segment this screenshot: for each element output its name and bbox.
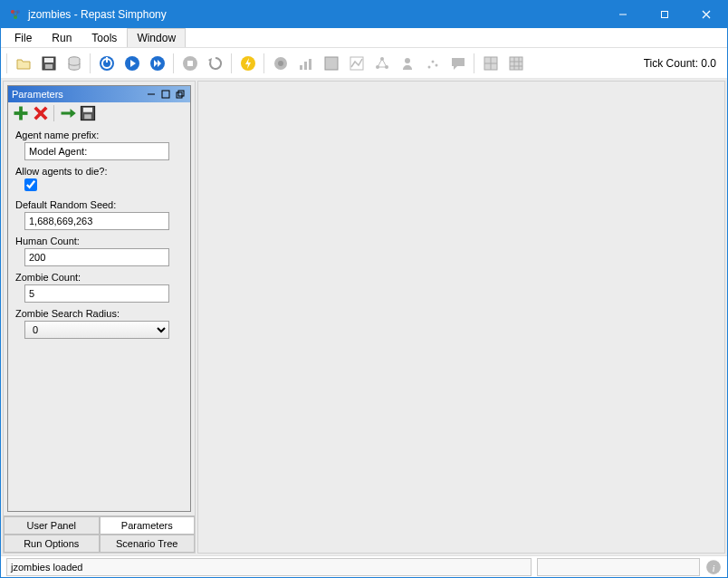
svg-marker-55 — [71, 109, 76, 118]
search-radius-select[interactable]: 0 — [24, 321, 169, 339]
tab-user-panel[interactable]: User Panel — [4, 516, 100, 535]
minimize-button[interactable] — [602, 1, 644, 28]
svg-rect-26 — [300, 65, 302, 70]
panel-popout-icon[interactable] — [174, 88, 187, 101]
titlebar: jzombies - Repast Simphony — [1, 1, 727, 28]
agent-prefix-input[interactable] — [24, 142, 169, 160]
toolbar-sep — [231, 53, 233, 73]
param-label: Human Count: — [15, 236, 183, 246]
svg-rect-20 — [187, 61, 193, 66]
toolbar-sep — [173, 53, 175, 73]
reset-icon[interactable] — [204, 52, 227, 75]
panel-maximize-icon[interactable] — [159, 88, 172, 101]
menu-run[interactable]: Run — [42, 28, 81, 47]
grid2-icon[interactable] — [504, 52, 528, 75]
stop-icon[interactable] — [178, 52, 202, 75]
histogram-icon[interactable] — [320, 52, 343, 75]
panel-body: Agent name prefix: Allow agents to die?:… — [8, 124, 190, 511]
svg-rect-8 — [44, 58, 53, 63]
parameters-panel: Parameters Agent name prefix: — [7, 85, 191, 512]
tab-scenario-tree[interactable]: Scenario Tree — [100, 535, 196, 553]
agent-icon[interactable] — [396, 52, 419, 75]
toolbar-sep — [90, 53, 91, 73]
panel-minimize-icon[interactable] — [145, 88, 158, 101]
toolbar-sep — [6, 53, 8, 73]
svg-rect-41 — [510, 57, 522, 70]
scatter-icon[interactable] — [421, 52, 445, 75]
svg-point-35 — [428, 65, 431, 68]
random-seed-input[interactable] — [24, 212, 169, 230]
display-area — [197, 81, 725, 554]
save-param-icon[interactable] — [79, 104, 97, 122]
svg-point-37 — [436, 63, 438, 66]
svg-rect-57 — [83, 108, 92, 112]
tab-parameters[interactable]: Parameters — [100, 516, 196, 535]
menu-window[interactable]: Window — [127, 28, 186, 47]
param-label: Allow agents to die?: — [15, 166, 183, 177]
play-icon[interactable] — [120, 52, 144, 75]
plot-icon[interactable] — [345, 52, 369, 75]
save-icon[interactable] — [37, 52, 61, 75]
zombie-count-input[interactable] — [24, 284, 169, 303]
close-button[interactable] — [685, 1, 727, 28]
menu-file[interactable]: File — [5, 28, 42, 47]
app-icon — [8, 7, 23, 22]
panel-toolbar-sep — [53, 105, 55, 121]
toolbar: Tick Count: 0.0 — [1, 48, 727, 79]
svg-point-34 — [405, 58, 410, 63]
svg-rect-4 — [662, 12, 668, 18]
app-window: jzombies - Repast Simphony File Run Tool… — [0, 0, 728, 578]
tick-count: Tick Count: 0.0 — [644, 57, 723, 70]
info-icon[interactable]: i — [705, 559, 722, 575]
param-agent-prefix: Agent name prefix: — [15, 130, 183, 160]
menu-tools[interactable]: Tools — [81, 28, 127, 47]
status-text: jzombies loaded — [6, 558, 532, 576]
toolbar-sep — [474, 53, 475, 73]
maximize-button[interactable] — [644, 1, 685, 28]
svg-rect-9 — [45, 64, 53, 69]
apply-param-icon[interactable] — [59, 104, 77, 122]
human-count-input[interactable] — [24, 248, 169, 266]
left-pane: Parameters Agent name prefix: — [3, 81, 196, 554]
panel-header: Parameters — [8, 86, 190, 102]
svg-rect-49 — [178, 91, 184, 96]
remove-param-icon[interactable] — [32, 104, 50, 122]
record-icon[interactable] — [269, 52, 292, 75]
param-human-count: Human Count: — [15, 236, 183, 266]
allow-die-checkbox[interactable] — [24, 178, 37, 191]
param-allow-die: Allow agents to die?: — [15, 166, 183, 194]
open-folder-icon[interactable] — [12, 52, 35, 75]
svg-rect-29 — [325, 57, 338, 70]
toolbar-sep — [263, 53, 265, 73]
step-icon[interactable] — [146, 52, 169, 75]
svg-point-25 — [278, 61, 283, 66]
svg-rect-27 — [304, 62, 307, 70]
left-pane-tabs: User Panel Parameters Run Options Scenar… — [4, 515, 195, 553]
tab-run-options[interactable]: Run Options — [4, 535, 100, 553]
grid-icon[interactable] — [479, 52, 503, 75]
svg-rect-47 — [162, 91, 169, 98]
menubar: File Run Tools Window — [1, 28, 727, 48]
statusbar: jzombies loaded i — [1, 555, 727, 577]
lightning-icon[interactable] — [236, 52, 260, 75]
param-random-seed: Default Random Seed: — [15, 199, 183, 230]
add-param-icon[interactable] — [12, 104, 30, 122]
speech-icon[interactable] — [446, 52, 470, 75]
network-icon[interactable] — [370, 52, 394, 75]
param-label: Zombie Count: — [15, 272, 183, 283]
param-zombie-count: Zombie Count: — [15, 272, 183, 303]
svg-text:i: i — [712, 562, 714, 573]
init-icon[interactable] — [95, 52, 119, 75]
param-search-radius: Zombie Search Radius: 0 — [15, 308, 183, 339]
svg-point-36 — [432, 60, 435, 63]
database-icon[interactable] — [62, 52, 86, 75]
status-progress — [537, 558, 700, 576]
svg-rect-48 — [177, 92, 182, 98]
svg-rect-28 — [309, 59, 311, 70]
chart-icon[interactable] — [294, 52, 318, 75]
param-label: Agent name prefix: — [15, 130, 183, 140]
panel-title: Parameters — [12, 89, 143, 100]
svg-rect-58 — [84, 114, 91, 119]
param-label: Zombie Search Radius: — [15, 308, 183, 319]
main-area: Parameters Agent name prefix: — [1, 79, 727, 555]
